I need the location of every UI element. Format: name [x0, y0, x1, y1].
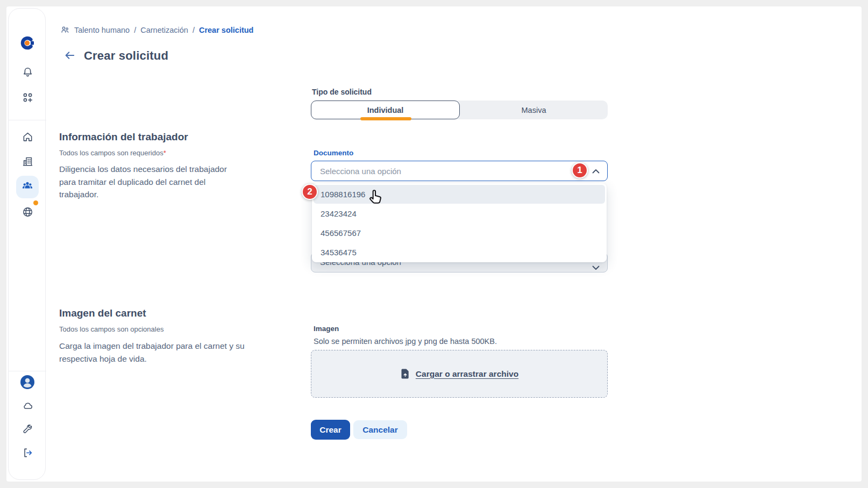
sidebar-item-company[interactable] — [9, 156, 46, 169]
settings-button[interactable] — [9, 424, 46, 436]
toggle-option-masiva[interactable]: Masiva — [460, 101, 608, 119]
toggle-individual-label: Individual — [367, 106, 404, 114]
user-avatar[interactable] — [9, 375, 46, 391]
create-button[interactable]: Crear — [311, 420, 350, 440]
sidebar — [8, 8, 46, 480]
page-title: Crear solicitud — [84, 49, 168, 63]
document-dropdown: 1098816196 23423424 456567567 34536475 — [312, 183, 607, 262]
sidebar-item-home[interactable] — [9, 131, 46, 144]
globe-icon — [22, 206, 33, 220]
card-image-optional-note: Todos los campos son opcionales — [59, 325, 163, 333]
annotation-badge-1: 1 — [572, 162, 588, 178]
logout-icon — [22, 447, 33, 461]
breadcrumb-people-icon — [60, 25, 70, 35]
people-icon — [22, 180, 33, 194]
back-button[interactable] — [63, 49, 77, 63]
breadcrumb-item-talento-humano[interactable]: Talento humano — [74, 26, 130, 34]
active-indicator-dot — [33, 200, 38, 205]
apps-grid-icon — [22, 92, 33, 105]
dropdown-option-3[interactable]: 456567567 — [314, 224, 605, 242]
image-field-helper: Solo se permiten archivos jpg y png de h… — [314, 337, 497, 346]
bell-icon — [22, 67, 33, 80]
breadcrumb: Talento humano / Carnetización / Crear s… — [60, 25, 253, 35]
app-window: Talento humano / Carnetización / Crear s… — [0, 0, 868, 488]
document-label: Documento — [314, 149, 353, 157]
sidebar-item-global[interactable] — [9, 206, 46, 219]
wrench-icon — [22, 424, 33, 437]
dropdown-option-4[interactable]: 34536475 — [314, 243, 605, 262]
card-image-heading: Imagen del carnet — [59, 307, 146, 319]
worker-info-description: Diligencia los datos necesarios del trab… — [59, 163, 240, 201]
breadcrumb-item-carnetizacion[interactable]: Carnetización — [140, 26, 188, 34]
notifications-button[interactable] — [9, 67, 46, 80]
breadcrumb-item-crear-solicitud: Crear solicitud — [199, 26, 254, 34]
chevron-down-icon — [592, 263, 600, 272]
file-dropzone[interactable]: Cargar o arrastrar archivo — [311, 350, 608, 398]
document-select-placeholder: Selecciona una opción — [320, 167, 401, 176]
breadcrumb-separator: / — [134, 26, 136, 34]
sidebar-divider — [9, 371, 46, 371]
toggle-masiva-label: Masiva — [522, 106, 546, 114]
chevron-up-icon — [592, 166, 600, 176]
annotation-badge-2: 2 — [302, 184, 318, 200]
image-field-label: Imagen — [314, 325, 339, 333]
toggle-option-individual[interactable]: Individual — [311, 101, 460, 119]
arrow-left-icon — [64, 49, 76, 63]
home-icon — [22, 131, 33, 145]
request-type-label: Tipo de solicitud — [312, 88, 372, 96]
cloud-icon — [22, 400, 33, 414]
file-upload-icon — [400, 368, 410, 379]
request-type-toggle: Individual Masiva — [311, 101, 608, 119]
breadcrumb-separator: / — [193, 26, 195, 34]
sidebar-divider — [9, 120, 46, 120]
upload-link[interactable]: Cargar o arrastrar archivo — [416, 369, 518, 379]
logo-icon — [20, 35, 35, 53]
required-asterisk: * — [163, 149, 166, 157]
cloud-button[interactable] — [9, 400, 46, 413]
logout-button[interactable] — [9, 447, 46, 460]
dropdown-option-1[interactable]: 1098816196 — [314, 185, 605, 204]
card-image-description: Carga la imagen del trabajador para el c… — [59, 340, 248, 365]
hand-cursor-icon — [366, 189, 384, 209]
document-select[interactable]: Selecciona una opción — [311, 161, 608, 181]
avatar-icon — [20, 375, 35, 392]
worker-info-required-note: Todos los campos son requeridos* — [59, 149, 166, 157]
apps-button[interactable] — [9, 92, 46, 105]
sidebar-item-talento-humano[interactable] — [16, 176, 39, 198]
active-underline — [360, 117, 411, 120]
worker-info-heading: Información del trabajador — [59, 131, 188, 143]
dropdown-option-2[interactable]: 23423424 — [314, 204, 605, 223]
cancel-button[interactable]: Cancelar — [353, 420, 407, 439]
app-logo[interactable] — [9, 35, 46, 53]
building-icon — [22, 156, 33, 169]
